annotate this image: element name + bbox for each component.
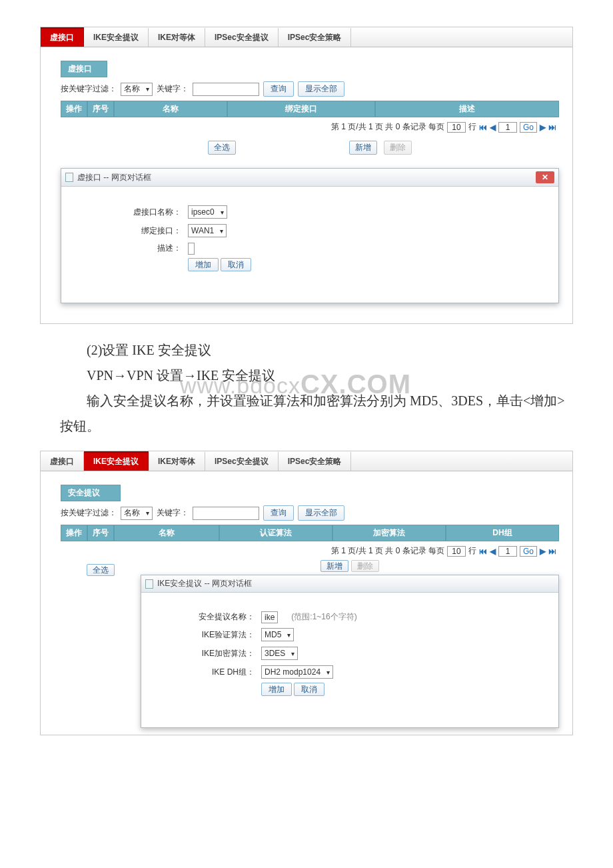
select-vif-name[interactable]: ipsec0: [188, 205, 227, 219]
hint-name-range: (范围:1~16个字符): [291, 611, 356, 623]
label-dh-group: IKE DH组：: [155, 667, 255, 678]
pager-next-icon[interactable]: ▶: [540, 547, 546, 556]
pager-first-icon[interactable]: ⏮: [479, 547, 487, 556]
label-description: 描述：: [81, 243, 181, 254]
pager-next-icon[interactable]: ▶: [540, 123, 546, 132]
pager-per-page[interactable]: 10: [447, 122, 466, 133]
filter-field-select[interactable]: 名称: [121, 83, 153, 96]
th-description: 描述: [375, 101, 559, 117]
document-icon: [65, 173, 73, 182]
table-header: 操作 序号 名称 认证算法 加密算法 DH组: [61, 525, 559, 541]
step-heading: (2)设置 IKE 安全提议: [60, 337, 573, 363]
select-all-button[interactable]: 全选: [208, 141, 236, 155]
pager-last-icon[interactable]: ⏭: [548, 547, 556, 556]
dialog-titlebar: IKE安全提议 -- 网页对话框: [141, 575, 558, 593]
pager-rows-label: 行: [468, 121, 476, 133]
th-operation: 操作: [61, 101, 87, 117]
show-all-button[interactable]: 显示全部: [298, 81, 344, 97]
dialog-add-button[interactable]: 增加: [188, 258, 219, 271]
filter-label: 按关键字过滤：: [61, 83, 117, 95]
select-dh-group[interactable]: DH2 modp1024: [261, 665, 333, 679]
pager-last-icon[interactable]: ⏭: [548, 123, 556, 132]
th-index: 序号: [87, 525, 114, 541]
pager: 第 1 页/共 1 页 共 0 条记录 每页 10 行 ⏮ ◀ 1 Go ▶ ⏭: [61, 541, 559, 561]
pager: 第 1 页/共 1 页 共 0 条记录 每页 10 行 ⏮ ◀ 1 Go ▶ ⏭: [61, 117, 559, 137]
dialog-title: 虚接口 -- 网页对话框: [77, 172, 151, 183]
th-name: 名称: [114, 101, 227, 117]
label-bind-interface: 绑定接口：: [81, 225, 181, 237]
label-vif-name: 虚接口名称：: [81, 207, 181, 218]
th-operation: 操作: [61, 525, 87, 541]
tab-ipsec-policy[interactable]: IPSec安全策略: [279, 27, 352, 47]
step-detail: 输入安全提议名称，并设置验证算法和加密算法分别为 MD5、3DES，单击<增加>…: [60, 388, 573, 439]
th-name: 名称: [114, 525, 219, 541]
tabs: 虚接口 IKE安全提议 IKE对等体 IPSec安全提议 IPSec安全策略: [41, 451, 572, 471]
tab-ike-proposal[interactable]: IKE安全提议: [84, 27, 149, 47]
dialog-ike-proposal: IKE安全提议 -- 网页对话框 安全提议名称： ike (范围:1~16个字符…: [141, 575, 559, 728]
keyword-input[interactable]: [193, 507, 259, 520]
tab-ipsec-policy[interactable]: IPSec安全策略: [279, 451, 352, 471]
th-enc-algo: 加密算法: [332, 525, 446, 541]
table-header: 操作 序号 名称 绑定接口 描述: [61, 101, 559, 117]
add-button[interactable]: 新增: [320, 560, 348, 572]
add-button[interactable]: 新增: [349, 141, 377, 155]
dialog-cancel-button[interactable]: 取消: [294, 683, 324, 696]
input-proposal-name[interactable]: ike: [261, 611, 278, 623]
pager-go-button[interactable]: Go: [520, 546, 537, 557]
filter-field-select[interactable]: 名称: [121, 507, 153, 520]
delete-button[interactable]: 删除: [351, 560, 379, 572]
th-index: 序号: [87, 101, 114, 117]
pager-prev-icon[interactable]: ◀: [490, 123, 496, 132]
keyword-label: 关键字：: [157, 83, 189, 95]
select-auth-algo[interactable]: MD5: [261, 628, 294, 641]
select-all-button[interactable]: 全选: [87, 564, 115, 576]
keyword-label: 关键字：: [157, 507, 189, 519]
tab-ike-peer[interactable]: IKE对等体: [149, 27, 205, 47]
close-icon[interactable]: ✕: [536, 171, 554, 183]
pager-go-button[interactable]: Go: [520, 122, 537, 133]
search-button[interactable]: 查询: [263, 505, 294, 521]
select-bind-interface[interactable]: WAN1: [188, 224, 227, 237]
panel-ike-proposal: 虚接口 IKE安全提议 IKE对等体 IPSec安全提议 IPSec安全策略 安…: [40, 451, 573, 735]
label-enc-algo: IKE加密算法：: [155, 648, 255, 659]
section-title: 安全提议: [61, 485, 121, 501]
show-all-button[interactable]: 显示全部: [298, 505, 344, 521]
filter-row: 按关键字过滤： 名称 关键字： 查询 显示全部: [61, 505, 559, 521]
tab-ike-peer[interactable]: IKE对等体: [149, 451, 205, 471]
panel-virtual-interface: 虚接口 IKE安全提议 IKE对等体 IPSec安全提议 IPSec安全策略 虚…: [40, 27, 573, 324]
pager-per-page[interactable]: 10: [447, 546, 466, 557]
tabs: 虚接口 IKE安全提议 IKE对等体 IPSec安全提议 IPSec安全策略: [41, 27, 572, 47]
delete-button[interactable]: 删除: [384, 141, 412, 155]
instruction-text: (2)设置 IKE 安全提议 VPN→VPN 设置→IKE 安全提议 www.b…: [60, 337, 573, 439]
keyword-input[interactable]: [193, 83, 259, 96]
tab-virtual-interface[interactable]: 虚接口: [41, 27, 84, 47]
dialog-title: IKE安全提议 -- 网页对话框: [157, 578, 252, 589]
tab-ipsec-proposal[interactable]: IPSec安全提议: [205, 27, 279, 47]
label-auth-algo: IKE验证算法：: [155, 629, 255, 641]
search-button[interactable]: 查询: [263, 81, 294, 97]
tab-ike-proposal[interactable]: IKE安全提议: [84, 451, 149, 471]
filter-label: 按关键字过滤：: [61, 507, 117, 519]
nav-path: VPN→VPN 设置→IKE 安全提议: [87, 368, 275, 383]
pager-first-icon[interactable]: ⏮: [479, 123, 487, 132]
label-proposal-name: 安全提议名称：: [155, 611, 255, 623]
table-actions: 全选 新增 删除: [61, 141, 559, 155]
pager-rows-label: 行: [468, 545, 476, 557]
filter-row: 按关键字过滤： 名称 关键字： 查询 显示全部: [61, 81, 559, 97]
dialog-add-button[interactable]: 增加: [261, 683, 292, 696]
dialog-cancel-button[interactable]: 取消: [221, 258, 251, 271]
section-title: 虚接口: [61, 61, 107, 77]
th-bind-interface: 绑定接口: [227, 101, 376, 117]
document-icon: [145, 579, 153, 589]
th-auth-algo: 认证算法: [219, 525, 332, 541]
pager-prev-icon[interactable]: ◀: [490, 547, 496, 556]
tab-virtual-interface[interactable]: 虚接口: [41, 451, 84, 471]
select-enc-algo[interactable]: 3DES: [261, 647, 298, 660]
pager-summary: 第 1 页/共 1 页 共 0 条记录 每页: [331, 121, 444, 133]
tab-ipsec-proposal[interactable]: IPSec安全提议: [205, 451, 279, 471]
dialog-titlebar: 虚接口 -- 网页对话框 ✕: [61, 169, 558, 187]
pager-summary: 第 1 页/共 1 页 共 0 条记录 每页: [331, 545, 444, 557]
pager-page-input[interactable]: 1: [498, 546, 517, 557]
input-description[interactable]: [188, 243, 195, 255]
pager-page-input[interactable]: 1: [498, 122, 517, 133]
